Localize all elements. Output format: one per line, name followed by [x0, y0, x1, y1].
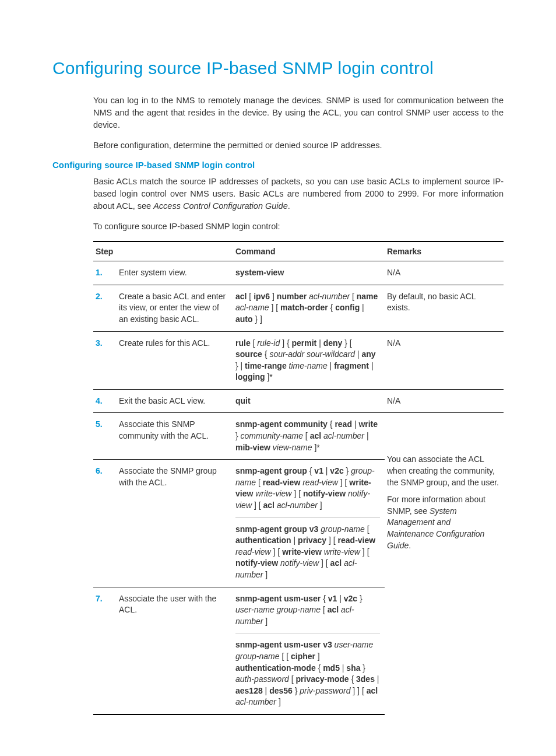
desc-ref: Access Control Configuration Guide: [153, 201, 288, 211]
section-description: Basic ACLs match the source IP addresses…: [93, 176, 504, 212]
step-number: 5.: [93, 413, 117, 460]
desc-post: .: [288, 201, 290, 211]
remarks-p1: You can associate the ACL when creating …: [387, 454, 499, 488]
step-desc: Enter system view.: [117, 261, 233, 285]
step-desc: Associate this SNMP community with the A…: [117, 413, 233, 460]
cmd-variant-1: snmp-agent usm-user { v1 | v2c } user-na…: [235, 593, 380, 628]
step-number: 7.: [93, 587, 117, 715]
cmd-text: quit: [235, 396, 251, 405]
cmd-variant-2: snmp-agent group v3 group-name [ authent…: [235, 517, 380, 581]
cmd-text: system-view: [235, 268, 284, 277]
step-command: snmp-agent group { v1 | v2c } group-name…: [233, 460, 385, 587]
step-desc: Associate the user with the ACL.: [117, 587, 233, 715]
table-header-row: Step Command Remarks: [93, 242, 504, 261]
step-command: snmp-agent usm-user { v1 | v2c } user-na…: [233, 587, 385, 715]
cmd-variant-2: snmp-agent usm-user v3 user-name group-n…: [235, 633, 380, 708]
remarks-p2: For more information about SNMP, see Sys…: [387, 494, 499, 551]
table-row: 2. Create a basic ACL and enter its view…: [93, 285, 504, 331]
page-title: Configuring source IP-based SNMP login c…: [52, 58, 504, 78]
step-remarks-merged: You can associate the ACL when creating …: [385, 413, 504, 715]
rem-post: .: [409, 541, 411, 550]
table-row: 5. Associate this SNMP community with th…: [93, 413, 504, 460]
step-remarks: N/A: [385, 389, 504, 413]
step-number: 6.: [93, 460, 117, 587]
step-command: rule [ rule-id ] { permit | deny } [ sou…: [233, 331, 385, 389]
step-desc: Create a basic ACL and enter its view, o…: [117, 285, 233, 331]
step-command: system-view: [233, 261, 385, 285]
step-desc: Create rules for this ACL.: [117, 331, 233, 389]
intro-paragraph-1: You can log in to the NMS to remotely ma…: [93, 94, 504, 131]
step-desc: Associate the SNMP group with the ACL.: [117, 460, 233, 587]
step-command: quit: [233, 389, 385, 413]
body-content: You can log in to the NMS to remotely ma…: [93, 94, 504, 152]
step-number: 3.: [93, 331, 117, 389]
step-command: acl [ ipv6 ] number acl-number [ name ac…: [233, 285, 385, 331]
steps-table: Step Command Remarks 1. Enter system vie…: [93, 241, 504, 715]
lead-sentence: To configure source IP-based SNMP login …: [93, 220, 504, 233]
th-command: Command: [233, 242, 385, 261]
step-remarks: N/A: [385, 331, 504, 389]
th-step: Step: [93, 242, 233, 261]
table-row: 3. Create rules for this ACL. rule [ rul…: [93, 331, 504, 389]
table-row: 1. Enter system view. system-view N/A: [93, 261, 504, 285]
step-number: 1.: [93, 261, 117, 285]
step-remarks: N/A: [385, 261, 504, 285]
th-remarks: Remarks: [385, 242, 504, 261]
step-number: 2.: [93, 285, 117, 331]
cmd-variant-1: snmp-agent group { v1 | v2c } group-name…: [235, 466, 380, 511]
document-page: Configuring source IP-based SNMP login c…: [0, 0, 556, 756]
section-body: Basic ACLs match the source IP addresses…: [93, 176, 504, 715]
step-number: 4.: [93, 389, 117, 413]
section-heading: Configuring source IP-based SNMP login c…: [52, 160, 504, 170]
step-desc: Exit the basic ACL view.: [117, 389, 233, 413]
step-remarks: By default, no basic ACL exists.: [385, 285, 504, 331]
step-command: snmp-agent community { read | write } co…: [233, 413, 385, 460]
intro-paragraph-2: Before configuration, determine the perm…: [93, 139, 504, 152]
table-row: 4. Exit the basic ACL view. quit N/A: [93, 389, 504, 413]
